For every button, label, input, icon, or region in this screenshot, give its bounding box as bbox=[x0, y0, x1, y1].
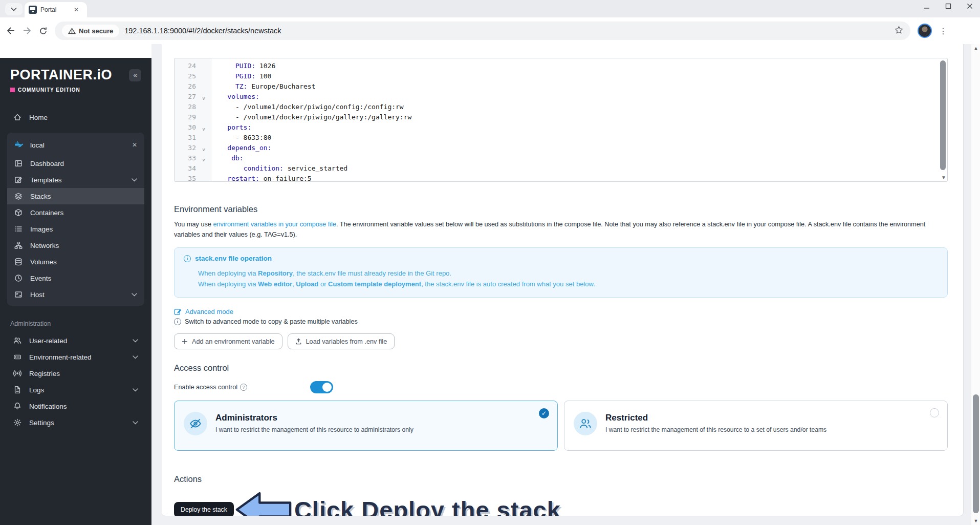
reload-button[interactable] bbox=[39, 27, 48, 35]
security-chip[interactable]: Not secure bbox=[62, 25, 119, 37]
sidebar-item-label: Notifications bbox=[29, 403, 67, 410]
enable-access-control-label: Enable access control bbox=[174, 384, 237, 391]
scroll-up-icon[interactable]: ▲ bbox=[971, 44, 980, 52]
tab-title: Portai bbox=[40, 6, 70, 13]
compose-env-vars-link[interactable]: environment variables in your compose fi… bbox=[213, 221, 336, 228]
restricted-title: Restricted bbox=[605, 413, 826, 423]
fold-arrow-icon[interactable]: v bbox=[196, 153, 211, 163]
stackenv-info-box: i stack.env file operation When deployin… bbox=[174, 247, 948, 298]
sidebar-item-label: Registries bbox=[29, 370, 60, 377]
line-number: 27 bbox=[175, 92, 196, 102]
fold-gutter bbox=[196, 81, 211, 92]
profile-avatar[interactable] bbox=[918, 24, 932, 38]
edition-badge: COMMUNITY EDITION bbox=[10, 87, 141, 93]
plus-icon bbox=[182, 339, 188, 345]
sidebar-item-notifications[interactable]: Notifications bbox=[7, 398, 144, 414]
chevron-down-icon bbox=[133, 388, 138, 392]
sidebar-item-registries[interactable]: Registries bbox=[7, 365, 144, 382]
administration-label: Administration bbox=[10, 320, 141, 327]
restricted-option-card[interactable]: Restricted I want to restrict the manage… bbox=[564, 401, 948, 451]
home-icon bbox=[13, 113, 22, 121]
bookmark-star-icon[interactable] bbox=[895, 26, 903, 36]
chevron-down-icon bbox=[133, 339, 138, 343]
forward-button[interactable] bbox=[23, 27, 32, 35]
editor-scrollbar[interactable] bbox=[940, 60, 946, 172]
actions-heading: Actions bbox=[174, 474, 948, 484]
load-env-file-button[interactable]: Load variables from .env file bbox=[288, 333, 395, 349]
bell-icon bbox=[13, 402, 22, 410]
portainer-favicon bbox=[29, 6, 37, 14]
advanced-mode-link[interactable]: Advanced mode bbox=[174, 308, 948, 316]
sidebar-item-volumes[interactable]: Volumes bbox=[7, 254, 144, 270]
sidebar-item-images[interactable]: Images bbox=[7, 221, 144, 237]
sidebar-item-networks[interactable]: Networks bbox=[7, 237, 144, 254]
sidebar-item-environment-related[interactable]: Environment-related bbox=[7, 349, 144, 365]
environment-close-icon[interactable]: ✕ bbox=[132, 141, 137, 149]
page-scrollbar[interactable]: ▲ ▼ bbox=[971, 44, 980, 525]
code-text: db: bbox=[211, 153, 244, 163]
access-control-toggle[interactable] bbox=[310, 381, 333, 393]
editor-line-24: 24 PUID: 1026 bbox=[175, 61, 947, 71]
add-env-variable-button[interactable]: Add an environment variable bbox=[174, 333, 282, 349]
scroll-down-icon[interactable]: ▼ bbox=[971, 517, 980, 525]
network-icon bbox=[14, 241, 23, 249]
compose-editor[interactable]: 24 PUID: 102625 PGID: 10026 TZ: Europe/B… bbox=[174, 58, 948, 182]
code-text: volumes: bbox=[211, 92, 259, 102]
fold-gutter bbox=[196, 133, 211, 143]
sidebar-collapse-button[interactable]: « bbox=[129, 69, 141, 81]
sidebar-item-templates[interactable]: Templates bbox=[7, 172, 144, 188]
url-bar[interactable]: Not secure 192.168.1.18:9000/#!/2/docker… bbox=[55, 22, 910, 40]
scrollbar-thumb[interactable] bbox=[973, 394, 979, 513]
sidebar-item-label: Stacks bbox=[30, 193, 51, 200]
editor-line-32: 32v depends_on: bbox=[175, 143, 947, 153]
sidebar-item-logs[interactable]: Logs bbox=[7, 382, 144, 398]
editor-line-26: 26 TZ: Europe/Bucharest bbox=[175, 81, 947, 92]
editor-line-27: 27v volumes: bbox=[175, 92, 947, 102]
fold-arrow-icon[interactable]: v bbox=[196, 92, 211, 102]
main-content: 24 PUID: 102625 PGID: 10026 TZ: Europe/B… bbox=[151, 44, 980, 525]
env-variables-description: You may use environment variables in you… bbox=[174, 219, 947, 240]
chevron-down-icon bbox=[133, 355, 138, 359]
maximize-icon[interactable] bbox=[945, 3, 951, 9]
sidebar-item-settings[interactable]: Settings bbox=[7, 414, 144, 431]
editor-line-31: 31 - 8633:80 bbox=[175, 133, 947, 143]
edit-icon bbox=[174, 308, 182, 316]
deploy-stack-button[interactable]: Deploy the stack bbox=[174, 502, 234, 516]
back-button[interactable] bbox=[6, 27, 15, 35]
tab-close-icon[interactable]: ✕ bbox=[74, 6, 79, 13]
minimize-icon[interactable] bbox=[924, 3, 930, 9]
restricted-radio[interactable] bbox=[930, 408, 939, 417]
sidebar-item-label: Containers bbox=[30, 209, 63, 217]
environment-panel: local ✕ DashboardTemplatesStacksContaine… bbox=[7, 133, 144, 306]
sidebar-item-dashboard[interactable]: Dashboard bbox=[7, 155, 144, 172]
close-window-icon[interactable] bbox=[967, 3, 973, 9]
fold-arrow-icon[interactable]: v bbox=[196, 143, 211, 153]
code-text: - /volume1/docker/piwigo/config:/config:… bbox=[211, 102, 404, 112]
tab-list-button[interactable] bbox=[5, 3, 23, 15]
browser-menu-icon[interactable]: ⋮ bbox=[939, 30, 946, 32]
fold-arrow-icon[interactable]: v bbox=[196, 122, 211, 133]
selected-check-icon: ✓ bbox=[539, 408, 549, 418]
browser-chrome: Portai ✕ Not secure 192.168.1.18:9000/#!… bbox=[0, 0, 980, 44]
environment-header-local[interactable]: local ✕ bbox=[7, 135, 144, 155]
line-number: 24 bbox=[175, 61, 196, 71]
sidebar-item-label: Logs bbox=[29, 386, 44, 394]
browser-tab[interactable]: Portai ✕ bbox=[25, 2, 87, 17]
code-text: - 8633:80 bbox=[211, 133, 271, 143]
sidebar-item-containers[interactable]: Containers bbox=[7, 204, 144, 221]
code-text: PGID: 100 bbox=[211, 71, 271, 81]
help-icon: ? bbox=[240, 384, 247, 391]
sidebar-item-user-related[interactable]: User-related bbox=[7, 332, 144, 349]
sidebar-item-events[interactable]: Events bbox=[7, 270, 144, 286]
clock-icon bbox=[14, 274, 23, 282]
url-text: 192.168.1.18:9000/#!/2/docker/stacks/new… bbox=[124, 27, 889, 35]
sidebar-item-home[interactable]: Home bbox=[7, 109, 144, 125]
database-icon bbox=[14, 258, 23, 266]
line-number: 32 bbox=[175, 143, 196, 153]
annotation-arrow-icon bbox=[235, 490, 292, 516]
editor-scroll-down-icon[interactable]: ▼ bbox=[941, 175, 946, 180]
administrators-option-card[interactable]: Administrators I want to restrict the ma… bbox=[174, 401, 558, 451]
sidebar-item-stacks[interactable]: Stacks bbox=[7, 188, 144, 204]
sidebar-item-host[interactable]: Host bbox=[7, 286, 144, 303]
docker-icon bbox=[14, 140, 24, 150]
